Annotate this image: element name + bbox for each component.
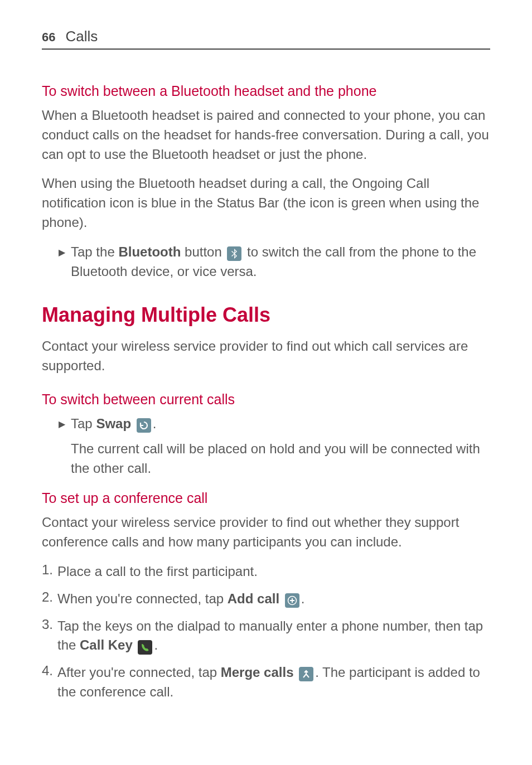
swap-icon bbox=[137, 418, 151, 433]
text: When you're connected, tap bbox=[57, 591, 228, 606]
paragraph: The current call will be placed on hold … bbox=[71, 439, 490, 478]
step-number: 3. bbox=[42, 617, 57, 632]
step-text: After you're connected, tap Merge calls … bbox=[57, 663, 490, 702]
subheading-switch-current: To switch between current calls bbox=[42, 391, 490, 408]
bluetooth-icon bbox=[227, 246, 241, 261]
text: . bbox=[153, 416, 157, 431]
bullet-text: Tap Swap . bbox=[71, 414, 156, 434]
page-header: 66 Calls bbox=[42, 28, 490, 50]
page-number: 66 bbox=[42, 30, 55, 45]
text: Tap the bbox=[71, 244, 118, 259]
text: After you're connected, tap bbox=[57, 665, 221, 680]
add-call-icon bbox=[285, 593, 299, 608]
paragraph: When a Bluetooth headset is paired and c… bbox=[42, 106, 490, 164]
bullet-item: ▶ Tap the Bluetooth button to switch the… bbox=[59, 243, 490, 282]
bullet-arrow-icon: ▶ bbox=[59, 243, 71, 258]
bold-text: Add call bbox=[228, 591, 279, 606]
paragraph: Contact your wireless service provider t… bbox=[42, 337, 490, 376]
step-item: 3. Tap the keys on the dialpad to manual… bbox=[42, 617, 490, 656]
step-item: 4. After you're connected, tap Merge cal… bbox=[42, 663, 490, 702]
step-item: 2. When you're connected, tap Add call . bbox=[42, 589, 490, 609]
text: Tap bbox=[71, 416, 96, 431]
step-text: When you're connected, tap Add call . bbox=[57, 589, 304, 609]
subheading-bluetooth-switch: To switch between a Bluetooth headset an… bbox=[42, 83, 490, 99]
text: . bbox=[301, 591, 305, 606]
step-number: 1. bbox=[42, 562, 57, 578]
step-number: 2. bbox=[42, 589, 57, 605]
bold-text: Merge calls bbox=[221, 665, 294, 680]
subheading-conference-call: To set up a conference call bbox=[42, 490, 490, 506]
manual-page: 66 Calls To switch between a Bluetooth h… bbox=[0, 0, 532, 743]
text: button bbox=[181, 244, 225, 259]
step-number: 4. bbox=[42, 663, 57, 679]
bullet-text: Tap the Bluetooth button to switch the c… bbox=[71, 243, 490, 282]
bullet-arrow-icon: ▶ bbox=[59, 414, 71, 429]
bold-text: Bluetooth bbox=[118, 244, 181, 259]
bold-text: Swap bbox=[96, 416, 131, 431]
text: . bbox=[154, 637, 158, 652]
bullet-item: ▶ Tap Swap . bbox=[59, 414, 490, 434]
step-item: 1. Place a call to the first participant… bbox=[42, 562, 490, 582]
step-text: Place a call to the first participant. bbox=[57, 562, 258, 582]
call-key-icon bbox=[138, 640, 152, 655]
bold-text: Call Key bbox=[80, 637, 133, 652]
merge-calls-icon bbox=[299, 667, 313, 681]
section-title: Calls bbox=[65, 28, 98, 45]
paragraph: When using the Bluetooth headset during … bbox=[42, 174, 490, 232]
paragraph: Contact your wireless service provider t… bbox=[42, 513, 490, 552]
step-text: Tap the keys on the dialpad to manually … bbox=[57, 617, 490, 656]
heading-managing-multiple-calls: Managing Multiple Calls bbox=[42, 303, 490, 327]
